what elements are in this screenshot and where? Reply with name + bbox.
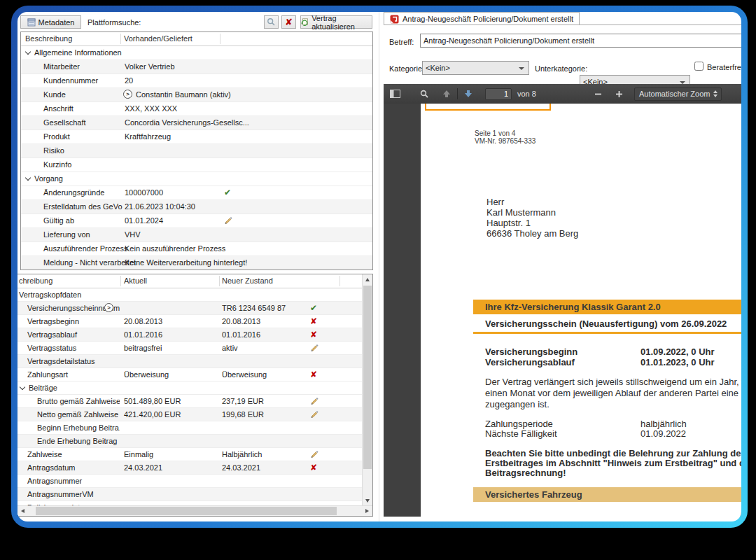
doc-notice-line: Erstbeitrages im Abschnitt "Hinweis zum … bbox=[485, 458, 741, 468]
table-row[interactable]: Vertragsbeginn20.08.201320.08.2013✘ bbox=[18, 315, 372, 328]
table-row[interactable]: Kunde>Constantin Baumann (aktiv) bbox=[21, 88, 372, 102]
table-row[interactable]: VersicherungsscheinnummerTR6 1234 6549 8… bbox=[18, 302, 372, 315]
tab-antrag-neugeschaeft[interactable]: Antrag-Neugeschäft Policierung/Dokument … bbox=[384, 12, 580, 25]
column-divider[interactable] bbox=[120, 276, 121, 286]
spinner-arrows-icon bbox=[713, 90, 718, 97]
sidebar-toggle-button[interactable] bbox=[386, 86, 403, 102]
vertical-scrollbar[interactable] bbox=[362, 274, 372, 506]
group-row[interactable]: Beiträge bbox=[18, 382, 372, 395]
group-row[interactable]: Vertragskopfdaten bbox=[18, 288, 372, 302]
doc-section-band-fahrzeug: Versichertes Fahrzeug bbox=[473, 487, 741, 502]
cell-neuer-zustand: TR6 1234 6549 87 bbox=[222, 304, 286, 312]
zoom-select[interactable]: Automatischer Zoom bbox=[634, 88, 722, 101]
table-row[interactable]: Netto gemäß Zahlweise421.420,00 EUR199,6… bbox=[18, 408, 372, 421]
group-label: Vorgang bbox=[34, 174, 63, 183]
tab-bar-line bbox=[384, 24, 741, 25]
panel-splitter[interactable] bbox=[379, 12, 379, 522]
horizontal-scrollbar[interactable] bbox=[18, 505, 372, 516]
table-row[interactable]: Änderungsgründe100007000✔ bbox=[21, 186, 372, 200]
page-number-input[interactable] bbox=[485, 88, 512, 100]
table-row[interactable]: Kurzinfo bbox=[21, 158, 372, 172]
doc-field-value: 01.09.2022 bbox=[640, 428, 686, 439]
column-header-neuer-zustand[interactable]: Neuer Zustand bbox=[222, 276, 273, 285]
table-row[interactable]: ZahlungsartÜberweisungÜberweisung✘ bbox=[18, 368, 372, 382]
unterkategorie-label: Unterkategorie: bbox=[535, 64, 587, 73]
chevron-down-icon[interactable] bbox=[25, 49, 31, 55]
page-down-button[interactable] bbox=[460, 86, 477, 102]
clear-search-button[interactable]: ✘ bbox=[281, 15, 296, 29]
row-label: Zahlungsart bbox=[27, 370, 120, 379]
column-divider[interactable] bbox=[340, 276, 340, 286]
table-row[interactable]: Antragsdatum24.03.202124.03.2021✘ bbox=[18, 461, 372, 475]
table-row[interactable]: AnschriftXXX, XXX XXX bbox=[21, 102, 372, 116]
scroll-down-icon[interactable] bbox=[365, 499, 370, 503]
table-row[interactable]: ProduktKraftfahrzeug bbox=[21, 130, 372, 144]
row-label: Gültig ab bbox=[43, 216, 74, 225]
row-label: Lieferung von bbox=[43, 230, 90, 239]
kategorie-label: Kategorie: bbox=[389, 64, 424, 73]
column-header-aktuell[interactable]: Aktuell bbox=[124, 276, 147, 285]
row-value: Constantin Baumann (aktiv) bbox=[136, 90, 231, 99]
group-row[interactable]: Vorgang bbox=[21, 172, 372, 186]
table-row[interactable]: Gültig ab01.01.2024 bbox=[21, 214, 372, 228]
betreff-input[interactable] bbox=[420, 34, 741, 48]
row-label: Brutto gemäß Zahlweise bbox=[37, 397, 120, 405]
cell-neuer-zustand: 24.03.2021 bbox=[222, 463, 260, 472]
row-label: Kurzinfo bbox=[43, 160, 71, 169]
page-up-button[interactable] bbox=[438, 86, 455, 102]
table-row[interactable]: Beginn Erhebung Beitra... bbox=[18, 421, 372, 435]
table-row[interactable]: MitarbeiterVolker Vertrieb bbox=[21, 60, 372, 74]
group-row[interactable]: Allgemeine Informationen bbox=[21, 46, 372, 60]
column-divider[interactable] bbox=[120, 34, 121, 44]
table-row[interactable]: Meldung - Nicht verarbeitetKeine Weiterv… bbox=[21, 256, 372, 270]
kategorie-select[interactable]: <Kein> bbox=[422, 61, 529, 75]
table-row[interactable]: Brutto gemäß Zahlweise501.489,80 EUR237,… bbox=[18, 395, 372, 408]
open-detail-icon[interactable]: > bbox=[123, 90, 132, 99]
table-row[interactable]: Vertragsablauf01.01.201601.01.2016✘ bbox=[18, 328, 372, 342]
chevron-down-icon[interactable] bbox=[20, 384, 25, 390]
table-row[interactable]: Vertragsstatusbeitragsfreiaktiv bbox=[18, 342, 372, 355]
table-row[interactable]: Erstelldatum des GeVo21.06.2023 10:04:30 bbox=[21, 200, 372, 214]
row-label: Netto gemäß Zahlweise bbox=[37, 410, 120, 419]
chevron-down-icon[interactable] bbox=[25, 175, 31, 181]
column-header-beschreibung-cut[interactable]: chreibung bbox=[19, 276, 52, 285]
scroll-left-icon[interactable] bbox=[21, 509, 24, 513]
cross-icon: ✘ bbox=[310, 330, 317, 340]
pencil-icon bbox=[310, 410, 319, 419]
doc-notice-line: Beitragsrechnung! bbox=[485, 468, 566, 478]
table-row[interactable]: Antragsnummer bbox=[18, 475, 372, 488]
table-row[interactable]: AntragsnummerVM bbox=[18, 488, 372, 501]
row-label: Vertragsbeginn bbox=[27, 317, 120, 326]
vertrag-aktualisieren-button[interactable]: Vertrag aktualisieren bbox=[300, 15, 372, 29]
table-row[interactable]: Ende Erhebung Beitrag ... bbox=[18, 435, 372, 448]
table-row[interactable]: GesellschaftConcordia Versicherungs-Gese… bbox=[21, 116, 372, 130]
table-row[interactable]: Lieferung vonVHV bbox=[21, 228, 372, 242]
vertical-scroll-thumb[interactable] bbox=[363, 286, 372, 469]
pdf-search-button[interactable] bbox=[416, 86, 433, 102]
column-header-vorhanden[interactable]: Vorhanden/Geliefert bbox=[124, 34, 192, 43]
doc-orange-rule bbox=[473, 332, 741, 334]
table-row[interactable]: ZahlweiseEinmaligHalbjährlich bbox=[18, 448, 372, 461]
pdf-viewer[interactable]: Seite 1 von 4 VM-Nr. 987654-333 Herr Kar… bbox=[384, 104, 741, 517]
table-row[interactable]: Kundennummer20 bbox=[21, 74, 372, 88]
scroll-up-icon[interactable] bbox=[365, 278, 370, 281]
zoom-out-button[interactable] bbox=[589, 86, 606, 102]
open-detail-icon[interactable]: > bbox=[104, 303, 113, 312]
table-row[interactable]: Auszuführender ProzessKein auszuführende… bbox=[21, 242, 372, 256]
table-row[interactable]: Vertragsdetailstatus bbox=[18, 355, 372, 368]
metadaten-button[interactable]: Metadaten bbox=[20, 15, 81, 29]
column-divider[interactable] bbox=[220, 34, 220, 44]
column-divider[interactable] bbox=[219, 276, 220, 286]
column-header-beschreibung[interactable]: Beschreibung bbox=[25, 34, 72, 43]
beraterfreigabe-checkbox[interactable] bbox=[694, 62, 704, 71]
table-row[interactable]: Risiko bbox=[21, 144, 372, 158]
row-label: Meldung - Nicht verarbeitet bbox=[43, 258, 136, 267]
doc-field-label: Nächste Fälligkeit bbox=[485, 428, 557, 439]
doc-field-label: Versicherungsbeginn bbox=[485, 346, 578, 357]
search-button[interactable] bbox=[264, 15, 279, 29]
horizontal-scroll-thumb[interactable] bbox=[36, 507, 337, 515]
window-frame: Metadaten Plattformsuche: ✘ Vertrag aktu… bbox=[11, 6, 748, 528]
row-label: Beginn Erhebung Beitra... bbox=[37, 424, 120, 432]
scroll-right-icon[interactable] bbox=[365, 509, 369, 513]
zoom-in-button[interactable] bbox=[610, 86, 627, 102]
